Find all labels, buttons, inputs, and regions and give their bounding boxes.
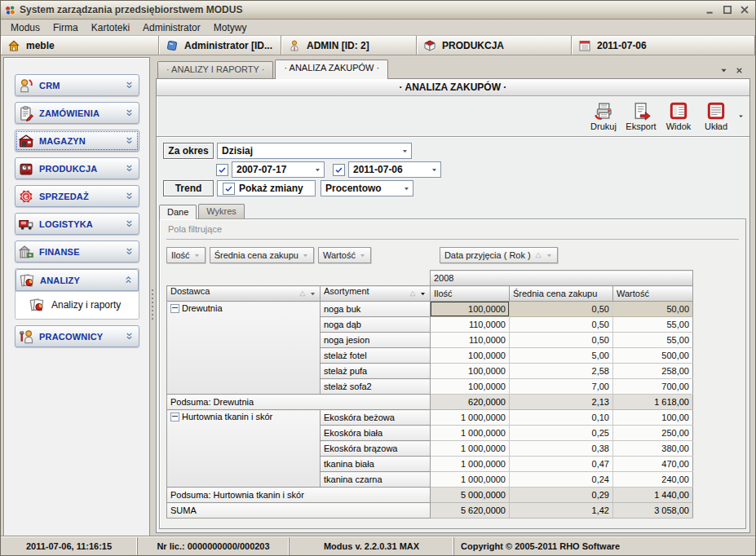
assortment-cell[interactable]: tkanina czarna (321, 472, 431, 488)
assortment-cell[interactable]: noga buk (321, 302, 431, 317)
assortment-cell[interactable]: stelaż sofa2 (321, 379, 431, 395)
show-changes-checkbox[interactable] (223, 183, 235, 195)
sidebar-item-finanse[interactable]: FINANSE (15, 240, 139, 263)
assortment-cell[interactable]: noga dąb (321, 317, 431, 333)
date-from-combobox[interactable]: 2007-07-17 (232, 161, 325, 178)
widok-button[interactable]: Widok (660, 99, 697, 135)
sidebar-item-crm[interactable]: CRM (15, 74, 139, 96)
assortment-cell[interactable]: stelaż pufa (321, 364, 431, 379)
value-column-header-ilosc[interactable]: Ilość (431, 286, 510, 302)
supplier-group-cell[interactable]: Hurtownia tkanin i skór (167, 410, 321, 488)
menu-item-kartoteki[interactable]: Kartoteki (85, 21, 136, 34)
infobar-segment-admin-id-2[interactable]: ADMIN [ID: 2] (281, 36, 417, 55)
collapse-icon[interactable] (170, 304, 179, 313)
eksport-button[interactable]: Eksport (622, 99, 660, 135)
data-field-chip-wartosc[interactable]: Wartość (318, 247, 371, 263)
value-cell[interactable]: 0,47 (510, 457, 613, 472)
value-cell[interactable]: 700,00 (613, 379, 693, 395)
tab-close-icon[interactable] (735, 66, 744, 75)
row-field-header-asortyment[interactable]: Asortyment (321, 286, 431, 302)
minimize-button[interactable] (703, 4, 718, 16)
assortment-cell[interactable]: stelaż fotel (321, 348, 431, 364)
column-group-header[interactable]: 2008 (431, 271, 693, 286)
date-to-combobox[interactable]: 2011-07-06 (348, 161, 441, 178)
value-cell[interactable]: 0,25 (510, 426, 613, 441)
infobar-segment-2011-07-06[interactable]: 2011-07-06 (572, 36, 755, 55)
close-button[interactable] (737, 4, 752, 16)
assortment-cell[interactable]: noga jesion (321, 333, 431, 348)
uklad-button[interactable]: Układ (697, 99, 735, 135)
value-cell[interactable]: 1 000,0000 (431, 457, 510, 472)
sidebar-item-zamowienia[interactable]: ZAMÓWIENIA (15, 102, 139, 124)
sidebar-subitem-analizy-i-raporty[interactable]: Analizy i raporty (15, 291, 139, 319)
value-cell[interactable]: 100,00 (613, 410, 693, 426)
assortment-cell[interactable]: tkanina biała (321, 457, 431, 472)
value-cell[interactable]: 5,00 (510, 348, 613, 364)
subtab-dane[interactable]: Dane (159, 205, 197, 219)
value-cell[interactable]: 0,24 (510, 472, 613, 488)
value-cell[interactable]: 258,00 (613, 364, 693, 379)
toolbar-more-button[interactable] (735, 99, 746, 135)
value-cell[interactable]: 380,00 (613, 441, 693, 457)
value-cell[interactable]: 110,0000 (431, 333, 510, 348)
value-cell[interactable]: 250,00 (613, 426, 693, 441)
infobar-segment-administrator-id[interactable]: Administrator [ID... (159, 36, 281, 55)
period-combobox[interactable]: Dzisiaj (217, 143, 412, 159)
menu-item-administrator[interactable]: Administrator (136, 21, 207, 34)
value-cell[interactable]: 0,50 (510, 302, 613, 317)
show-changes-box[interactable]: Pokaż zmiany (217, 180, 316, 196)
column-field-chip-data-przyjecia-rok[interactable]: Data przyjęcia ( Rok ) (440, 247, 558, 263)
supplier-group-cell[interactable]: Drewutnia (167, 302, 321, 395)
value-column-header-srednia-cena-zakupu[interactable]: Średnia cena zakupu (510, 286, 613, 302)
menu-item-motywy[interactable]: Motywy (207, 21, 254, 34)
tab-list-dropdown-icon[interactable] (719, 66, 728, 75)
value-cell[interactable]: 50,00 (613, 302, 693, 317)
trend-button[interactable]: Trend (163, 180, 214, 196)
value-cell[interactable]: 110,0000 (431, 317, 510, 333)
tab-analiza-zakupow[interactable]: · ANALIZA ZAKUPÓW · (275, 60, 388, 79)
value-cell[interactable]: 1 000,0000 (431, 472, 510, 488)
value-cell[interactable]: 100,0000 (431, 379, 510, 395)
value-column-header-wartosc[interactable]: Wartość (613, 286, 693, 302)
tab-analizy-i-raporty[interactable]: · ANALIZY I RAPORTY · (157, 61, 273, 78)
infobar-segment-meble[interactable]: meble (1, 36, 159, 55)
date-to-checkbox[interactable] (333, 164, 345, 176)
value-cell[interactable]: 0,10 (510, 410, 613, 426)
collapse-icon[interactable] (170, 413, 179, 421)
value-cell[interactable]: 470,00 (613, 457, 693, 472)
assortment-cell[interactable]: Ekoskóra brązowa (321, 441, 431, 457)
sidebar-item-pracownicy[interactable]: PRACOWNICY (15, 325, 139, 347)
value-cell[interactable]: 240,00 (613, 472, 693, 488)
data-field-chip-ilosc[interactable]: Ilość (166, 247, 206, 263)
infobar-segment-produkcja[interactable]: PRODUKCJA (417, 36, 572, 55)
sidebar-item-analizy[interactable]: ANALIZY (15, 269, 139, 291)
value-cell[interactable]: 1 000,0000 (431, 410, 510, 426)
assortment-cell[interactable]: Ekoskóra biała (321, 426, 431, 441)
date-from-checkbox[interactable] (216, 164, 228, 176)
value-cell[interactable]: 500,00 (613, 348, 693, 364)
assortment-cell[interactable]: Ekoskóra beżowa (321, 410, 431, 426)
value-cell[interactable]: 100,0000 (431, 364, 510, 379)
value-cell[interactable]: 0,50 (510, 317, 613, 333)
za-okres-button[interactable]: Za okres (163, 143, 214, 159)
value-cell[interactable]: 7,00 (510, 379, 613, 395)
subtab-wykres[interactable]: Wykres (198, 204, 245, 218)
value-cell[interactable]: 55,00 (613, 317, 693, 333)
maximize-button[interactable] (720, 4, 735, 16)
value-cell[interactable]: 55,00 (613, 333, 693, 348)
value-cell[interactable]: 1 000,0000 (431, 441, 510, 457)
value-cell[interactable]: 1 000,0000 (431, 426, 510, 441)
mode-combobox[interactable]: Procentowo (321, 180, 413, 196)
menu-item-firma[interactable]: Firma (46, 21, 85, 34)
sidebar-item-produkcja[interactable]: PRODUKCJA (15, 157, 139, 179)
value-cell[interactable]: 0,38 (510, 441, 613, 457)
value-cell[interactable]: 100,0000 (431, 302, 510, 317)
sidebar-item-logistyka[interactable]: LOGISTYKA (15, 213, 139, 235)
drukuj-button[interactable]: Drukuj (585, 99, 622, 135)
sidebar-item-magazyn[interactable]: MAGAZYN (15, 130, 139, 152)
value-cell[interactable]: 100,0000 (431, 348, 510, 364)
data-field-chip-srednia-cena-zakupu[interactable]: Średnia cena zakupu (210, 247, 314, 263)
menu-item-modus[interactable]: Modus (4, 21, 46, 34)
sidebar-item-sprzedaz[interactable]: €SPRZEDAŻ (15, 185, 139, 207)
value-cell[interactable]: 2,58 (510, 364, 613, 379)
